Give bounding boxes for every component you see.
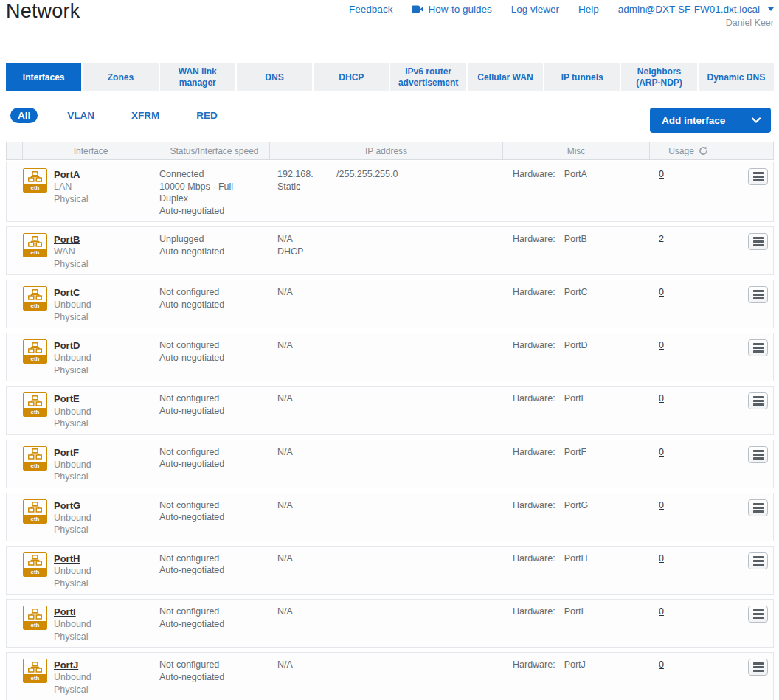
status-line: Auto-negotiated bbox=[159, 299, 260, 311]
usage-count-link[interactable]: 0 bbox=[650, 552, 664, 565]
port-name-link[interactable]: PortC bbox=[54, 286, 91, 299]
row-menu-button[interactable] bbox=[748, 552, 768, 569]
actions-cell bbox=[727, 499, 773, 536]
tab-bar: InterfacesZonesWAN link managerDNSDHCPIP… bbox=[6, 63, 774, 91]
status-line: Auto-negotiated bbox=[159, 246, 260, 258]
ethernet-port-icon: eth bbox=[23, 286, 47, 311]
tab-neighbors-arp-ndp-[interactable]: Neighbors (ARP-NDP) bbox=[621, 63, 698, 91]
tab-interfaces[interactable]: Interfaces bbox=[6, 63, 83, 91]
row-handle bbox=[7, 659, 23, 696]
port-name-link[interactable]: PortD bbox=[54, 339, 91, 352]
ethernet-port-icon: eth bbox=[23, 659, 47, 683]
actions-cell bbox=[727, 286, 773, 323]
status-cell: Not configuredAuto-negotiated bbox=[159, 552, 270, 589]
row-menu-button[interactable] bbox=[748, 446, 768, 463]
port-name-link[interactable]: PortF bbox=[54, 446, 91, 459]
filter-red[interactable]: RED bbox=[189, 108, 225, 123]
actions-cell bbox=[727, 446, 773, 483]
usage-cell: 0 bbox=[650, 499, 727, 536]
filter-xfrm[interactable]: XFRM bbox=[124, 108, 167, 123]
port-name-link[interactable]: PortE bbox=[54, 392, 91, 405]
tab-wan-link-manager[interactable]: WAN link manager bbox=[160, 63, 237, 91]
top-link-help[interactable]: Help bbox=[578, 4, 599, 15]
actions-cell bbox=[727, 552, 773, 589]
misc-cell: Hardware: PortI bbox=[503, 606, 650, 642]
row-menu-button[interactable] bbox=[748, 392, 768, 409]
interfaces-table: Interface Status/Interface speed IP addr… bbox=[6, 142, 774, 700]
hardware-label: Hardware: bbox=[513, 606, 555, 618]
filter-all[interactable]: All bbox=[10, 108, 38, 123]
row-handle bbox=[7, 233, 23, 270]
row-menu-button[interactable] bbox=[748, 339, 768, 356]
ethernet-port-icon: eth bbox=[23, 233, 47, 257]
row-menu-button[interactable] bbox=[748, 499, 768, 516]
hardware-value: PortI bbox=[564, 606, 584, 618]
port-zone: Unbound bbox=[54, 618, 91, 631]
interface-row: eth PortF Unbound Physical Not configure… bbox=[6, 440, 774, 488]
row-handle bbox=[7, 168, 23, 217]
port-name-link[interactable]: PortI bbox=[54, 606, 91, 618]
top-link-how-to-guides[interactable]: How-to guides bbox=[412, 4, 491, 15]
usage-count-link[interactable]: 0 bbox=[650, 168, 664, 181]
ethernet-port-icon: eth bbox=[23, 499, 47, 524]
filter-vlan[interactable]: VLAN bbox=[60, 108, 102, 123]
hardware-label: Hardware: bbox=[513, 446, 555, 459]
row-menu-button[interactable] bbox=[748, 606, 768, 623]
actions-cell bbox=[727, 392, 773, 429]
port-zone: LAN bbox=[54, 181, 89, 193]
hardware-label: Hardware: bbox=[513, 286, 555, 299]
top-link-feedback[interactable]: Feedback bbox=[349, 4, 392, 15]
usage-count-link[interactable]: 0 bbox=[650, 392, 664, 405]
usage-count-link[interactable]: 2 bbox=[650, 233, 664, 246]
row-menu-button[interactable] bbox=[748, 659, 768, 676]
column-header-usage: Usage bbox=[650, 142, 727, 159]
status-line: Not configured bbox=[159, 552, 260, 565]
usage-count-link[interactable]: 0 bbox=[650, 286, 664, 299]
status-line: Auto-negotiated bbox=[159, 458, 260, 471]
tab-dns[interactable]: DNS bbox=[237, 63, 314, 91]
ip-mode: DHCP bbox=[277, 246, 503, 258]
port-zone: WAN bbox=[54, 246, 89, 258]
tab-cellular-wan[interactable]: Cellular WAN bbox=[468, 63, 544, 91]
interface-type-filters: AllVLANXFRMRED bbox=[10, 108, 225, 123]
top-link-log-viewer[interactable]: Log viewer bbox=[511, 4, 559, 15]
port-name-link[interactable]: PortH bbox=[54, 552, 91, 565]
usage-count-link[interactable]: 0 bbox=[650, 659, 664, 671]
port-type: Physical bbox=[54, 311, 91, 324]
tab-dhcp[interactable]: DHCP bbox=[314, 63, 390, 91]
hardware-value: PortG bbox=[564, 499, 589, 512]
row-menu-button[interactable] bbox=[748, 286, 768, 303]
port-name-link[interactable]: PortA bbox=[54, 168, 89, 181]
port-name-link[interactable]: PortB bbox=[54, 233, 89, 246]
row-menu-button[interactable] bbox=[748, 233, 768, 250]
misc-cell: Hardware: PortB bbox=[503, 233, 650, 270]
tab-ipv6-router-advertisement[interactable]: IPv6 router advertisement bbox=[390, 63, 467, 91]
ethernet-port-icon: eth bbox=[23, 339, 47, 364]
port-zone: Unbound bbox=[54, 406, 91, 418]
usage-count-link[interactable]: 0 bbox=[650, 446, 664, 459]
column-header-status: Status/Interface speed bbox=[159, 142, 270, 159]
ethernet-port-icon: eth bbox=[23, 392, 47, 417]
tab-zones[interactable]: Zones bbox=[83, 63, 159, 91]
hardware-value: PortB bbox=[564, 233, 587, 246]
hardware-value: PortJ bbox=[564, 659, 586, 671]
usage-count-link[interactable]: 0 bbox=[650, 339, 664, 352]
status-line: Auto-negotiated bbox=[159, 405, 260, 417]
usage-count-link[interactable]: 0 bbox=[650, 499, 664, 512]
add-interface-button[interactable]: Add interface bbox=[650, 108, 771, 133]
row-handle bbox=[7, 446, 23, 483]
misc-cell: Hardware: PortF bbox=[503, 446, 650, 483]
chevron-down-icon bbox=[752, 117, 761, 123]
port-name-link[interactable]: PortG bbox=[54, 499, 91, 512]
port-name-link[interactable]: PortJ bbox=[54, 659, 91, 671]
tab-dynamic-dns[interactable]: Dynamic DNS bbox=[699, 63, 774, 91]
ip-cell: N/A bbox=[270, 499, 503, 536]
row-menu-button[interactable] bbox=[748, 168, 768, 185]
refresh-usage-icon[interactable] bbox=[699, 146, 708, 156]
top-header: Network FeedbackHow-to guidesLog viewerH… bbox=[0, 0, 779, 63]
account-menu[interactable]: admin@DXT-SF-FW01.dxt.local bbox=[618, 4, 774, 15]
tab-ip-tunnels[interactable]: IP tunnels bbox=[544, 63, 621, 91]
row-handle bbox=[7, 552, 23, 589]
ip-cell: N/A DHCP bbox=[270, 233, 503, 270]
usage-count-link[interactable]: 0 bbox=[650, 606, 664, 618]
